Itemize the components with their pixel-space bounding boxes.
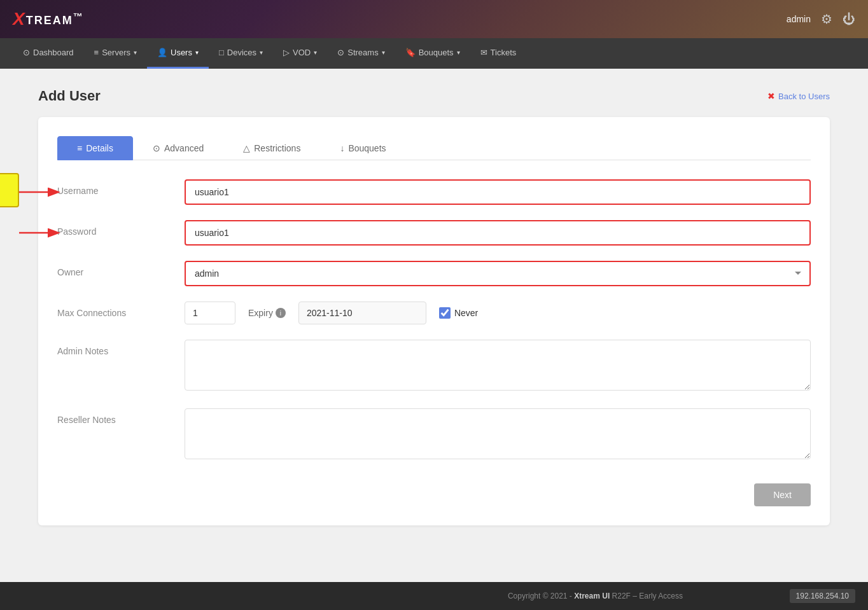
expiry-label: Expiry i [248,308,286,318]
owner-row: Owner admin [57,261,811,286]
nav-dashboard-label: Dashboard [33,48,74,57]
details-tab-icon: ≡ [77,143,82,153]
username-input[interactable] [185,179,811,205]
expiry-text: Expiry [248,308,273,318]
restrictions-tab-icon: △ [243,143,250,153]
bouquets-tab-label: Bouquets [348,143,386,153]
bouquets-tab-icon: ↓ [340,143,344,153]
footer-version: R22F – Early Access [612,592,683,600]
page-title: Add User [38,88,101,104]
users-arrow: ▾ [195,49,199,56]
page-header: Add User ✖ Back to Users [38,88,830,104]
nav-vod-label: VOD [293,48,311,57]
vod-arrow: ▾ [314,49,317,56]
form-actions: Next [57,477,811,506]
expiry-info-icon: i [276,308,286,318]
nav-bouquets[interactable]: 🔖 Bouquets ▾ [395,38,470,69]
servers-arrow: ▾ [134,49,137,56]
nav-dashboard[interactable]: ⊙ Dashboard [13,38,84,69]
admin-notes-textarea[interactable] [185,340,811,391]
max-connections-row: Max Connections Expiry i Never [57,302,811,324]
never-checkbox[interactable] [439,307,451,319]
tab-bouquets[interactable]: ↓ Bouquets [320,136,405,160]
dashboard-icon: ⊙ [23,48,30,57]
password-input[interactable] [185,220,811,246]
back-to-users-link[interactable]: ✖ Back to Users [767,91,830,101]
tab-details[interactable]: ≡ Details [57,136,133,160]
servers-icon: ≡ [94,48,99,57]
footer-copyright: Copyright © 2021 - [508,592,574,600]
password-row: Password [57,220,811,246]
form-section: Usuario y contraseña Username Passw [57,179,811,506]
advanced-tab-icon: ⊙ [153,143,160,153]
main-nav: ⊙ Dashboard ≡ Servers ▾ 👤 Users ▾ □ Devi… [0,38,868,69]
bouquets-arrow: ▾ [457,49,460,56]
nav-streams-label: Streams [347,48,378,57]
owner-select[interactable]: admin [185,261,811,286]
password-control [185,220,811,246]
tab-advanced[interactable]: ⊙ Advanced [133,136,223,160]
nav-vod[interactable]: ▷ VOD ▾ [273,38,327,69]
connections-control: Expiry i Never Para este ejemplo pondrem… [185,302,811,324]
form-tabs: ≡ Details ⊙ Advanced △ Restrictions ↓ Bo… [57,136,811,160]
nav-devices-label: Devices [227,48,256,57]
reseller-notes-control [185,408,811,462]
vod-icon: ▷ [283,48,290,57]
logo-text: TREAM™ [26,11,84,27]
tickets-icon: ✉ [480,48,487,57]
footer-text: Copyright © 2021 - Xtream UI R22F – Earl… [401,592,789,600]
max-connections-input[interactable] [185,302,235,324]
logo: X TREAM™ [13,9,84,29]
tooltip-usuario: Usuario y contraseña [0,173,19,207]
topbar-right: admin ⚙ ⏻ [787,11,855,27]
nav-users[interactable]: 👤 Users ▾ [147,38,209,69]
reseller-notes-label: Reseller Notes [57,408,185,425]
tab-restrictions[interactable]: △ Restrictions [223,136,320,160]
back-icon: ✖ [767,91,775,101]
username-control [185,179,811,205]
power-icon[interactable]: ⏻ [843,12,855,27]
nav-users-label: Users [171,48,192,57]
devices-arrow: ▾ [260,49,263,56]
owner-control: admin [185,261,811,286]
expiry-input[interactable] [298,302,426,324]
never-label: Never [454,308,478,318]
nav-tickets-label: Tickets [491,48,517,57]
admin-notes-label: Admin Notes [57,340,185,356]
details-tab-label: Details [86,143,113,153]
reseller-notes-textarea[interactable] [185,408,811,459]
content-area: Add User ✖ Back to Users ≡ Details ⊙ Adv… [0,69,868,582]
nav-devices[interactable]: □ Devices ▾ [209,38,273,69]
nav-servers-label: Servers [102,48,130,57]
owner-label: Owner [57,261,185,277]
admin-notes-row: Admin Notes [57,340,811,393]
nav-tickets[interactable]: ✉ Tickets [470,38,527,69]
back-label: Back to Users [778,92,830,101]
max-connections-label: Max Connections [57,302,185,318]
main-card: ≡ Details ⊙ Advanced △ Restrictions ↓ Bo… [38,117,830,525]
streams-arrow: ▾ [382,49,385,56]
footer-brand: Xtream UI [574,592,610,600]
users-icon: 👤 [157,48,167,57]
never-checkbox-label: Never [439,307,478,319]
nav-bouquets-label: Bouquets [419,48,454,57]
settings-icon[interactable]: ⚙ [821,11,832,27]
advanced-tab-label: Advanced [164,143,204,153]
admin-notes-control [185,340,811,393]
nav-servers[interactable]: ≡ Servers ▾ [84,38,147,69]
devices-icon: □ [219,48,224,57]
username-label: Username [57,179,185,196]
topbar-username: admin [787,14,811,24]
bouquets-icon: 🔖 [405,48,416,57]
username-row: Usuario y contraseña Username [57,179,811,205]
password-label: Password [57,220,185,237]
nav-streams[interactable]: ⊙ Streams ▾ [327,38,395,69]
footer-ip: 192.168.254.10 [790,589,855,603]
footer: Copyright © 2021 - Xtream UI R22F – Earl… [0,582,868,610]
topbar: X TREAM™ admin ⚙ ⏻ [0,0,868,38]
restrictions-tab-label: Restrictions [254,143,300,153]
logo-x: X [13,9,25,29]
streams-icon: ⊙ [337,48,344,57]
connections-row: Expiry i Never Para este ejemplo pondrem… [185,302,811,324]
next-button[interactable]: Next [754,483,811,506]
